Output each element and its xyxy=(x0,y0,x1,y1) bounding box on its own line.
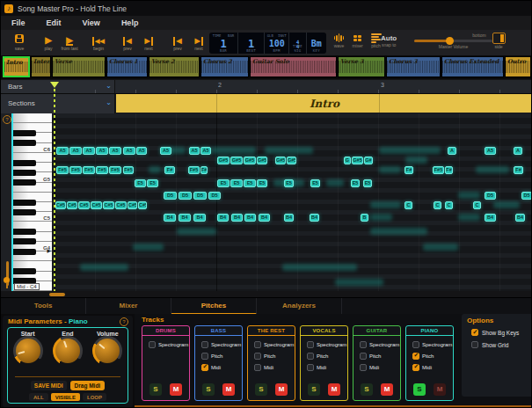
overview-section-verse-3[interactable]: Verse 3 xyxy=(338,56,385,77)
lcd-key[interactable]: Bm KEY xyxy=(307,33,326,54)
midi-note-a[interactable]: A xyxy=(514,147,522,155)
midi-note-fs5[interactable]: F#5 xyxy=(83,166,95,174)
midi-note-fs[interactable]: F# xyxy=(164,166,175,174)
volume-thumb[interactable] xyxy=(446,37,454,45)
midi-checkbox[interactable] xyxy=(360,364,367,371)
midi-note-fs5[interactable]: F#5 xyxy=(109,166,121,174)
midi-note-b4[interactable]: B4 xyxy=(515,214,525,222)
black-key[interactable] xyxy=(13,140,36,146)
spectrogram-checkbox[interactable] xyxy=(201,341,208,348)
midi-note-e5[interactable]: E5 xyxy=(257,179,267,187)
play-button[interactable]: ▶play xyxy=(39,34,58,51)
midi-note-b4[interactable]: B4 xyxy=(164,214,176,222)
save-midi-button[interactable]: SAVE MIDI xyxy=(31,381,67,390)
overview-section-intro[interactable]: Intro xyxy=(3,56,30,77)
black-key[interactable] xyxy=(13,179,36,186)
tab-mixer[interactable]: Mixer xyxy=(86,298,171,315)
track-option-spectrogram[interactable]: Spectrogram xyxy=(251,339,294,350)
midi-note-cs5[interactable]: C#5 xyxy=(128,201,137,209)
horizontal-scrollbar[interactable] xyxy=(49,293,65,296)
midi-note-b4[interactable]: B4 xyxy=(231,214,243,222)
end-knob[interactable]: End xyxy=(50,331,85,363)
midi-note-b4[interactable]: B4 xyxy=(259,214,270,222)
midi-note-gs5[interactable]: G#5 xyxy=(257,157,267,164)
mute-button[interactable]: M xyxy=(170,383,182,396)
midi-note-fs5[interactable]: F#5 xyxy=(433,166,444,174)
midi-note-gs5[interactable]: G#5 xyxy=(275,157,286,164)
section-band-intro[interactable]: Intro xyxy=(116,94,532,113)
pitch-checkbox[interactable] xyxy=(201,353,208,360)
menu-item-help[interactable]: Help xyxy=(111,18,149,27)
midi-checkbox[interactable] xyxy=(412,364,419,371)
spectrogram-checkbox[interactable] xyxy=(360,341,367,348)
midi-note-fs5[interactable]: F#5 xyxy=(96,166,108,174)
option-checkbox[interactable] xyxy=(471,329,478,336)
lcd-bpm[interactable]: GLBINST 100 BPM xyxy=(265,33,289,54)
midi-note-b4[interactable]: B4 xyxy=(217,214,229,222)
midi-note-a5[interactable]: A5 xyxy=(136,147,147,155)
volume-knob[interactable]: Volume xyxy=(90,331,125,363)
white-key-f6[interactable] xyxy=(13,113,52,123)
midi-note-cs5[interactable]: C#5 xyxy=(55,201,66,209)
scope-loop-button[interactable]: LOOP xyxy=(83,393,106,401)
midi-note-gs5[interactable]: G#5 xyxy=(230,157,243,164)
midi-note-b4[interactable]: B4 xyxy=(244,214,256,222)
playhead-marker[interactable] xyxy=(50,82,59,88)
midi-note-a5[interactable]: A5 xyxy=(96,147,108,155)
option-checkbox[interactable] xyxy=(471,341,478,348)
help-icon[interactable]: ? xyxy=(120,317,128,326)
track-option-pitch[interactable]: Pitch xyxy=(357,350,399,361)
midi-note-e5[interactable]: E5 xyxy=(244,179,256,187)
pitch-checkbox[interactable] xyxy=(307,353,314,360)
midi-note-cs5[interactable]: C#5 xyxy=(138,201,147,209)
midi-note-fs5[interactable]: F#5 xyxy=(69,166,82,174)
mute-button[interactable]: M xyxy=(222,383,235,396)
midi-note-gs5[interactable]: G#5 xyxy=(352,157,363,164)
prev-button[interactable]: ◀prev xyxy=(118,34,137,51)
mute-button[interactable]: M xyxy=(434,383,446,396)
midi-note-fs[interactable]: F# xyxy=(445,166,453,174)
mute-button[interactable]: M xyxy=(381,383,393,396)
track-option-midi[interactable]: Midi xyxy=(357,361,399,373)
prev-button[interactable]: ◀prev xyxy=(168,34,187,51)
menu-item-edit[interactable]: Edit xyxy=(36,18,72,27)
midi-checkbox[interactable] xyxy=(201,364,208,371)
midi-note-a5[interactable]: A5 xyxy=(123,147,135,155)
lcd-bar[interactable]: TIMEBAR 1 BAR xyxy=(209,33,238,54)
midi-note-a5[interactable]: A5 xyxy=(160,147,171,155)
midi-note-b4[interactable]: B4 xyxy=(485,214,496,222)
midi-note-fs[interactable]: F# xyxy=(514,166,523,174)
spectrogram-checkbox[interactable] xyxy=(307,341,314,348)
midi-checkbox[interactable] xyxy=(307,364,314,371)
midi-note-c[interactable]: C xyxy=(404,201,412,209)
scope-visible-button[interactable]: VISIBLE xyxy=(51,393,80,401)
midi-note-e5[interactable]: E5 xyxy=(135,179,146,187)
midi-note-e5[interactable]: E5 xyxy=(310,179,320,187)
track-option-pitch[interactable]: Pitch xyxy=(251,350,294,361)
midi-note-a[interactable]: A xyxy=(448,147,456,155)
midi-note-cs5[interactable]: C#5 xyxy=(103,201,114,209)
midi-note-gs5[interactable]: G#5 xyxy=(287,157,296,164)
dock-bottom-button[interactable]: bottom xyxy=(470,33,489,49)
track-option-spectrogram[interactable]: Spectrogram xyxy=(199,339,241,350)
track-option-pitch[interactable]: Pitch xyxy=(304,350,346,361)
midi-note-a5[interactable]: A5 xyxy=(109,147,121,155)
chevron-down-icon[interactable]: ⌄ xyxy=(106,93,112,113)
overview-section-chorus-3[interactable]: Chorus 3 xyxy=(386,56,441,77)
spectrogram-checkbox[interactable] xyxy=(412,341,419,348)
piano-roll[interactable]: A5A5A5A5A5A5A5A5A5A5AA5AG#5G#5G#5G#5G#5G… xyxy=(52,113,532,291)
mixer-view-button[interactable]: mixer xyxy=(348,33,367,48)
black-key[interactable] xyxy=(13,209,36,215)
midi-note-d5[interactable]: D5 xyxy=(208,192,221,200)
solo-button[interactable]: S xyxy=(308,383,320,396)
solo-button[interactable]: S xyxy=(361,383,373,396)
midi-note-cs5[interactable]: C#5 xyxy=(67,201,77,209)
midi-note-c[interactable]: C xyxy=(445,201,453,209)
black-key[interactable] xyxy=(13,160,36,166)
save-button[interactable]: save xyxy=(10,34,29,51)
midi-note-c[interactable]: C xyxy=(473,201,481,209)
midi-note-a5[interactable]: A5 xyxy=(56,147,69,155)
bars-ruler-row[interactable]: Bars ⌄ 23 xyxy=(1,80,532,94)
solo-button[interactable]: S xyxy=(413,383,426,396)
menu-item-file[interactable]: File xyxy=(1,18,36,27)
